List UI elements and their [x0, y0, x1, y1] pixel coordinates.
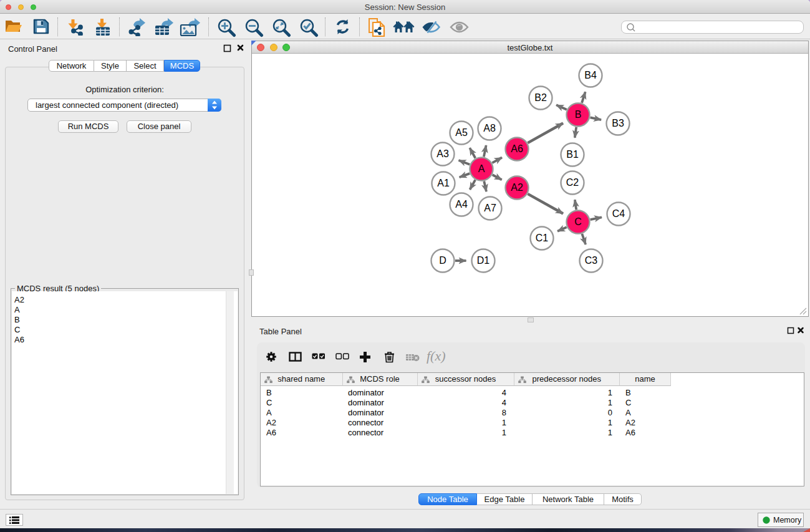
- svg-text:C3: C3: [585, 255, 598, 266]
- svg-text:C2: C2: [566, 177, 579, 188]
- svg-text:B4: B4: [584, 70, 597, 80]
- svg-text:D1: D1: [477, 255, 490, 266]
- svg-text:A2: A2: [511, 182, 523, 193]
- svg-text:C4: C4: [612, 208, 625, 219]
- svg-text:A: A: [478, 163, 485, 174]
- svg-text:C1: C1: [536, 233, 549, 243]
- svg-text:C: C: [574, 216, 582, 227]
- svg-text:B1: B1: [566, 149, 579, 160]
- svg-text:A4: A4: [455, 199, 468, 210]
- svg-text:A6: A6: [511, 143, 523, 154]
- svg-text:A3: A3: [436, 148, 449, 159]
- svg-text:B2: B2: [534, 92, 547, 103]
- svg-text:B3: B3: [612, 118, 624, 128]
- svg-text:A7: A7: [484, 203, 496, 213]
- svg-text:A5: A5: [455, 127, 468, 138]
- svg-text:A1: A1: [437, 178, 450, 188]
- svg-text:Memory: Memory: [773, 516, 802, 525]
- svg-text:B: B: [575, 109, 582, 120]
- svg-text:D: D: [439, 255, 446, 266]
- svg-text:A8: A8: [483, 123, 496, 133]
